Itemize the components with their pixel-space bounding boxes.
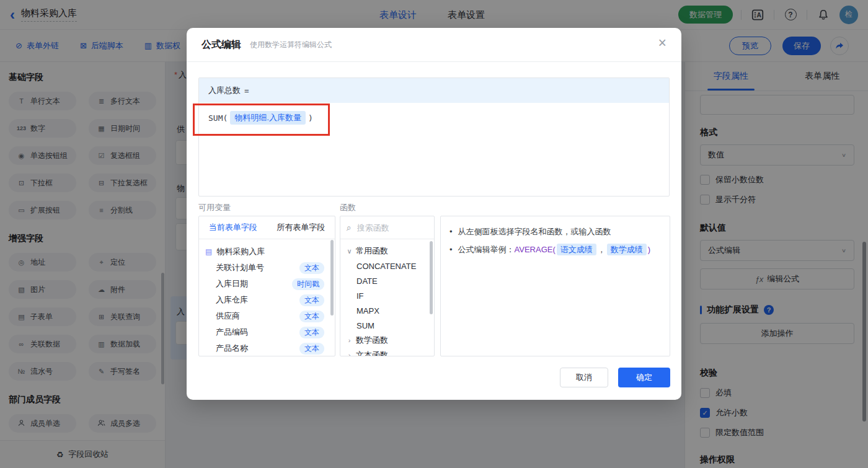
function-item[interactable]: SUM: [340, 318, 434, 333]
chevron-closed-icon: ›: [347, 337, 352, 344]
variables-tabs: 当前表单字段 所有表单字段: [199, 216, 335, 239]
form-doc-icon: ▤: [205, 247, 212, 256]
function-item[interactable]: DATE: [340, 273, 434, 288]
field-type-badge: 时间戳: [292, 278, 324, 290]
function-group[interactable]: ›文本函数: [340, 348, 434, 356]
app-screen: ‹ 物料采购入库 表单设计 表单设置 数据管理 A ? 检 ⊘ 表单外链: [0, 0, 868, 468]
example-function: AVERAGE(: [515, 245, 556, 254]
modal-subtitle: 使用数学运算符编辑公式: [250, 40, 332, 50]
close-icon[interactable]: ×: [658, 36, 666, 50]
function-item[interactable]: MAPX: [340, 303, 434, 318]
field-chip: 物料明细.入库数量: [230, 111, 306, 125]
confirm-button[interactable]: 确定: [618, 368, 670, 387]
tip-line: • 从左侧面板选择字段名和函数，或输入函数: [450, 226, 661, 238]
variables-tree: ▤ 物料采购入库 关联计划单号文本 入库日期时间戳 入库仓库文本 供应商文本 产…: [199, 239, 335, 356]
tab-current-form-fields[interactable]: 当前表单字段: [199, 216, 267, 239]
cancel-button[interactable]: 取消: [560, 368, 608, 387]
formula-expression[interactable]: SUM( 物料明细.入库数量 ): [199, 103, 669, 133]
function-group[interactable]: ›数学函数: [340, 333, 434, 348]
bullet-icon: •: [450, 244, 453, 256]
chevron-open-icon: ∨: [347, 247, 352, 255]
functions-panel: ⌕ ∨常用函数 CONCATENATE DATE IF MAPX SUM ›数学…: [340, 216, 435, 356]
modal-header: 公式编辑 使用数学运算符编辑公式: [187, 28, 681, 62]
formula-fn-close: ): [308, 113, 313, 123]
tips-panel: • 从左侧面板选择字段名和函数，或输入函数 • 公式编辑举例：AVERAGE(语…: [440, 216, 670, 356]
tree-field-node[interactable]: 入库日期时间戳: [199, 276, 335, 292]
variables-label: 可用变量: [198, 202, 231, 213]
tips-content: • 从左侧面板选择字段名和函数，或输入函数 • 公式编辑举例：AVERAGE(语…: [441, 216, 670, 271]
tree-form-node[interactable]: ▤ 物料采购入库: [199, 244, 335, 260]
field-type-badge: 文本: [299, 343, 324, 355]
chevron-closed-icon: ›: [347, 351, 352, 356]
example-chip: 数学成绩: [607, 244, 647, 255]
tip-line: • 公式编辑举例：AVERAGE(语文成绩，数学成绩): [450, 244, 661, 256]
tab-all-form-fields[interactable]: 所有表单字段: [267, 216, 335, 239]
function-search[interactable]: ⌕: [340, 216, 434, 239]
modal-title: 公式编辑: [202, 38, 241, 51]
tree-field-node[interactable]: 供应商文本: [199, 308, 335, 324]
formula-target-bar: 入库总数 =: [199, 78, 669, 103]
function-item[interactable]: IF: [340, 288, 434, 303]
functions-label: 函数: [340, 202, 356, 213]
tip-example: 公式编辑举例：AVERAGE(语文成绩，数学成绩): [458, 244, 661, 256]
functions-tree: ∨常用函数 CONCATENATE DATE IF MAPX SUM ›数学函数…: [340, 239, 434, 356]
field-type-badge: 文本: [299, 327, 324, 338]
example-chip: 语文成绩: [557, 244, 596, 255]
variables-scrollbar[interactable]: [330, 240, 334, 316]
bullet-icon: •: [450, 226, 453, 238]
field-type-badge: 文本: [299, 294, 324, 306]
tree-field-node[interactable]: 产品编码文本: [199, 324, 335, 340]
formula-edit-modal: 公式编辑 使用数学运算符编辑公式 × 入库总数 = SUM( 物料明细.入库数量…: [187, 28, 681, 400]
tree-field-node[interactable]: 入库仓库文本: [199, 292, 335, 308]
search-icon: ⌕: [347, 223, 352, 233]
function-search-input[interactable]: [356, 223, 428, 233]
field-type-badge: 文本: [299, 311, 324, 322]
function-item[interactable]: CONCATENATE: [340, 258, 434, 273]
tree-field-node[interactable]: 关联计划单号文本: [199, 260, 335, 276]
formula-fn-open: SUM(: [208, 113, 228, 123]
field-type-badge: 文本: [299, 262, 324, 274]
variables-panel: 当前表单字段 所有表单字段 ▤ 物料采购入库 关联计划单号文本 入库日期时间戳 …: [198, 216, 335, 356]
function-group[interactable]: ∨常用函数: [340, 244, 434, 258]
formula-editor[interactable]: 入库总数 = SUM( 物料明细.入库数量 ): [198, 77, 670, 196]
functions-scrollbar[interactable]: [430, 241, 433, 314]
tree-field-node[interactable]: 产品名称文本: [199, 340, 335, 356]
